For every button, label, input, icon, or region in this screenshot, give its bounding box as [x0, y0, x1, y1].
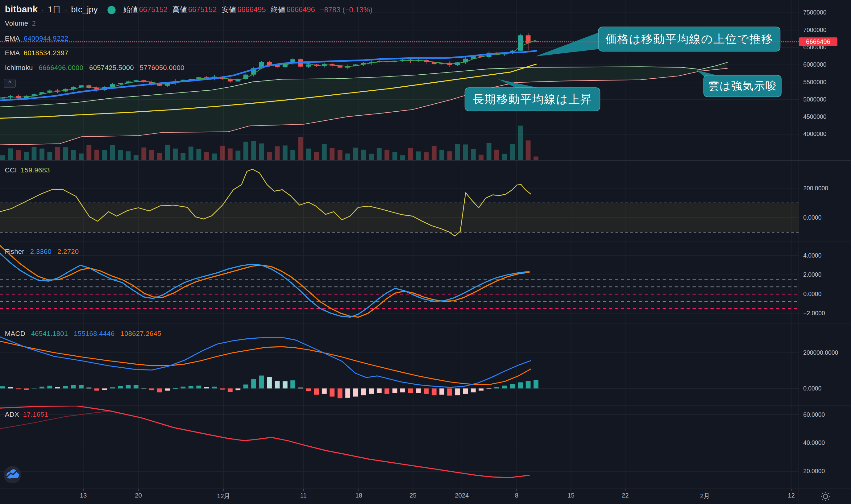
axis-tick-label: 0.0000: [803, 291, 821, 297]
axis-tick-label: 40.0000: [803, 439, 825, 446]
annotation-long-ma-rising[interactable]: 長期移動平均線は上昇: [465, 87, 600, 111]
time-tick-label: 12: [788, 492, 795, 499]
time-tick-label: 2月: [700, 492, 710, 500]
ohlc-open: 始値6675152: [123, 5, 167, 15]
legend-fisher[interactable]: Fisher 2.3360 2.2720: [5, 248, 83, 256]
time-tick-label: 12月: [217, 492, 230, 500]
legend-ema-slow[interactable]: EMA6018534.2397: [5, 49, 72, 57]
ohlc-close: 終値6666496: [271, 5, 315, 15]
indicator-axes[interactable]: 200.00000.00004.00002.00000.0000−2.00002…: [803, 0, 850, 504]
time-tick-label: 20: [135, 492, 142, 499]
symbol-name[interactable]: bitbank: [5, 4, 38, 15]
chart-header: bitbank · 1日 · btc_jpy 始値6675152 高値66751…: [5, 3, 377, 17]
market-status-icon: [107, 5, 116, 14]
legend-cci[interactable]: CCI159.9683: [5, 166, 54, 174]
callout-tail: [535, 32, 601, 56]
time-tick-label: 2024: [455, 492, 469, 499]
last-price-badge: 6666496: [799, 37, 837, 46]
time-tick-label: 8: [515, 492, 518, 499]
axis-tick-label: 200.0000: [803, 185, 828, 191]
interval-selector[interactable]: 1日: [48, 4, 61, 15]
time-tick-label: 18: [355, 492, 362, 499]
legend-volume[interactable]: Volume2: [5, 19, 40, 27]
time-tick-label: 15: [567, 492, 574, 499]
time-tick-label: 25: [409, 492, 416, 499]
ohlc-low: 安値6666495: [221, 5, 266, 15]
legend-adx[interactable]: ADX17.1651: [5, 411, 52, 418]
axis-tick-label: 0.0000: [803, 214, 821, 220]
time-tick-label: 13: [80, 492, 87, 499]
ichimoku-cloud: [0, 62, 727, 145]
ohlc-high: 高値6675152: [173, 5, 217, 15]
annotation-bullish-cloud[interactable]: 雲は強気示唆: [704, 75, 782, 97]
annotation-price-above-ma[interactable]: 価格は移動平均線の上位で推移: [598, 26, 780, 52]
separator-dot: ·: [65, 5, 67, 14]
axis-tick-label: 2.0000: [803, 271, 821, 277]
axis-tick-label: 4.0000: [803, 252, 821, 258]
time-tick-label: 11: [300, 492, 307, 499]
price-change: −8783 (−0.13%): [320, 5, 372, 14]
trading-chart-app: bitbank · 1日 · btc_jpy 始値6675152 高値66751…: [0, 0, 851, 504]
axis-tick-label: 200000.0000: [803, 349, 838, 356]
axis-tick-label: 0.0000: [803, 385, 821, 392]
collapse-legend-button[interactable]: ^: [4, 79, 16, 88]
axis-tick-label: 60.0000: [803, 411, 825, 417]
cci-band: [0, 203, 799, 232]
time-tick-label: 22: [622, 492, 629, 499]
separator-dot: ·: [41, 5, 44, 14]
pair-name[interactable]: btc_jpy: [71, 5, 97, 15]
axis-tick-label: 20.0000: [803, 468, 825, 474]
axis-tick-label: −2.0000: [803, 310, 825, 316]
legend-macd[interactable]: MACD 46541.1801 155168.4446 108627.2645: [5, 330, 165, 338]
cloud-chart-logo[interactable]: [3, 465, 22, 484]
time-axis[interactable]: 132012月1118252024815222月12: [0, 489, 851, 504]
legend-ichimoku[interactable]: Ichimoku 6666496.0000 6057425.5000 57760…: [5, 64, 188, 72]
last-price-line: [0, 41, 799, 42]
